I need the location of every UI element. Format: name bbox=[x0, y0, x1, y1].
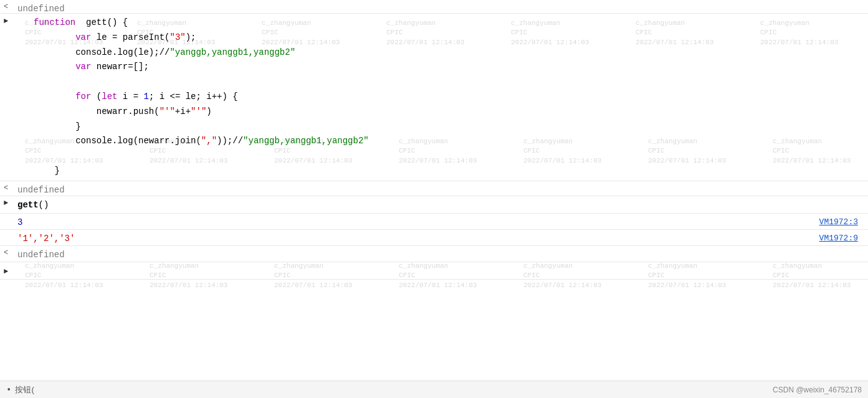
chevron-left-icon-3: < bbox=[0, 247, 15, 257]
code-line-9: console.log(newarr.join(","));//"yanggb,… bbox=[34, 134, 369, 149]
bottom-text: 按钮( bbox=[15, 384, 34, 396]
chevron-right-icon: ► bbox=[0, 14, 15, 26]
gett-call-text: gett() bbox=[15, 197, 868, 213]
cursor-chevron-icon: ► bbox=[0, 265, 15, 276]
console-container: c_zhangyumanCPIC2022/07/01 12:14:03 c_zh… bbox=[0, 0, 868, 398]
output-array-content: '1','2','3' VM1972:9 bbox=[15, 230, 868, 247]
chevron-left-icon-2: < bbox=[0, 182, 15, 192]
code-block-line: ► function gett() { var le = parseInt("3… bbox=[0, 14, 868, 181]
code-line-2: var le = parseInt("3"); bbox=[34, 31, 369, 45]
code-line-6: for (let i = 1; i <= le; i++) { bbox=[34, 90, 369, 105]
console-line-undefined-2: < undefined bbox=[0, 246, 868, 262]
code-content: function gett() { var le = parseInt("3")… bbox=[15, 14, 369, 180]
code-line-4: var newarr=[]; bbox=[34, 60, 369, 75]
code-line-8: } bbox=[34, 120, 369, 135]
code-line-10 bbox=[34, 149, 369, 164]
code-line-11: } bbox=[34, 164, 369, 179]
console-line-gett-call: ► gett() bbox=[0, 196, 868, 214]
code-line-1: function gett() { bbox=[34, 16, 369, 31]
console-line-output-3: 3 VM1972:3 bbox=[0, 214, 868, 230]
bottom-bar: • 按钮( CSDN @weixin_46752178 bbox=[0, 381, 868, 398]
console-line-undefined-top: < undefined bbox=[0, 0, 868, 14]
code-line-3: console.log(le);//"yanggb,yanggb1,yanggb… bbox=[34, 45, 369, 60]
code-line-5 bbox=[34, 75, 369, 90]
code-line-7: newarr.push("'"+i+"'") bbox=[34, 105, 369, 120]
cursor-input[interactable] bbox=[15, 269, 868, 272]
vm1972-3-link[interactable]: VM1972:3 bbox=[819, 216, 866, 229]
output-3-content: 3 VM1972:3 bbox=[15, 214, 868, 230]
vm1972-9-link[interactable]: VM1972:9 bbox=[819, 232, 866, 245]
chevron-left-icon: < bbox=[0, 1, 15, 11]
console-cursor-line[interactable]: ► bbox=[0, 262, 868, 280]
console-line-undefined-1: < undefined bbox=[0, 181, 868, 196]
bottom-bullet: • bbox=[6, 385, 11, 395]
chevron-right-icon-2: ► bbox=[0, 197, 15, 207]
undefined-output-2: undefined bbox=[15, 247, 868, 263]
console-line-output-array: '1','2','3' VM1972:9 bbox=[0, 230, 868, 246]
csdn-watermark: CSDN @weixin_46752178 bbox=[773, 386, 862, 394]
